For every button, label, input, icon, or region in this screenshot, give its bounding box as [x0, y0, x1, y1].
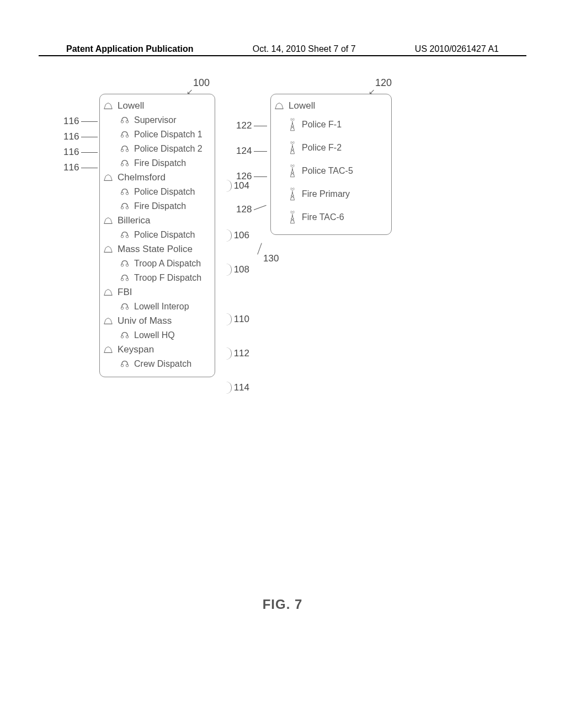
- svg-text:((•)): ((•)): [290, 118, 295, 121]
- list-item: Troop F Dispatch: [106, 271, 208, 285]
- header-divider: [39, 55, 526, 56]
- svg-marker-30: [104, 318, 112, 324]
- item-label: Police F-1: [302, 120, 342, 130]
- building-icon: [103, 346, 113, 354]
- svg-marker-52: [290, 169, 294, 176]
- svg-marker-16: [104, 218, 112, 224]
- ref-124: 124: [236, 146, 267, 157]
- svg-point-2: [121, 120, 124, 123]
- headset-icon: [120, 359, 130, 369]
- building-icon: [103, 102, 113, 110]
- headset-icon: [120, 230, 130, 240]
- list-item: ((•)) Fire TAC-6: [278, 206, 385, 229]
- group-label: Keyspan: [118, 344, 154, 355]
- building-icon: [103, 245, 113, 253]
- ref-116-a: 116: [63, 116, 98, 127]
- svg-point-29: [126, 307, 129, 309]
- svg-point-25: [126, 278, 129, 281]
- item-label: Fire Dispatch: [134, 158, 186, 168]
- building-icon: [274, 102, 284, 110]
- item-label: Police TAC-5: [302, 166, 353, 176]
- group-label: Mass State Police: [118, 244, 193, 255]
- header-left: Patent Application Publication: [66, 44, 194, 54]
- svg-marker-0: [104, 103, 112, 109]
- building-icon: [103, 317, 113, 325]
- list-item: Lowell HQ: [106, 328, 208, 342]
- headset-icon: [120, 201, 130, 211]
- group-label: Univ of Mass: [118, 315, 172, 326]
- svg-point-28: [121, 307, 124, 309]
- svg-text:((•)): ((•)): [290, 141, 295, 144]
- left-panel-wrapper: 100 ↙ 116 116 116 116 104 106 108 110 11…: [99, 94, 215, 377]
- headset-icon: [120, 259, 130, 269]
- group-label: Lowell: [118, 100, 144, 111]
- svg-point-18: [121, 235, 124, 238]
- svg-point-22: [121, 264, 124, 266]
- tower-icon: ((•)): [287, 210, 297, 224]
- list-item: Troop A Dispatch: [106, 256, 208, 271]
- list-item: Police Dispatch: [106, 185, 208, 199]
- item-label: Fire Dispatch: [134, 201, 186, 211]
- building-icon: [103, 174, 113, 181]
- svg-point-13: [126, 192, 129, 195]
- group-label: FBI: [118, 287, 132, 298]
- item-label: Lowell HQ: [134, 330, 175, 340]
- headset-icon: [120, 187, 130, 197]
- group-chelmsford: Chelmsford: [103, 170, 208, 185]
- item-label: Fire TAC-6: [302, 212, 344, 222]
- tower-icon: ((•)): [287, 164, 297, 178]
- ref-130: 130: [259, 243, 279, 255]
- svg-point-6: [121, 149, 124, 152]
- svg-point-14: [121, 206, 124, 209]
- ref-114: 114: [225, 382, 249, 394]
- ref-100: 100: [193, 77, 210, 89]
- svg-point-33: [126, 335, 129, 338]
- diagram-area: 100 ↙ 116 116 116 116 104 106 108 110 11…: [99, 94, 392, 377]
- group-label: Chelmsford: [118, 172, 166, 183]
- ref-116-b: 116: [63, 131, 98, 142]
- svg-point-8: [121, 163, 124, 166]
- tower-icon: ((•)): [287, 187, 297, 201]
- item-label: Lowell Interop: [134, 302, 189, 312]
- arrow-icon: ↙: [186, 87, 193, 96]
- item-label: Fire Primary: [302, 189, 350, 199]
- svg-marker-62: [290, 215, 294, 223]
- header-right: US 2010/0261427 A1: [415, 44, 499, 54]
- group-keyspan: Keyspan: [103, 342, 208, 357]
- headset-icon: [120, 330, 130, 340]
- svg-point-19: [126, 235, 129, 238]
- item-label: Troop F Dispatch: [134, 273, 201, 283]
- group-msp: Mass State Police: [103, 242, 208, 256]
- svg-point-36: [121, 364, 124, 367]
- header-center: Oct. 14, 2010 Sheet 7 of 7: [253, 44, 356, 54]
- headset-icon: [120, 158, 130, 168]
- group-label: Lowell: [289, 100, 315, 111]
- list-item: ((•)) Police F-2: [278, 136, 385, 159]
- tower-icon: ((•)): [287, 141, 297, 155]
- list-item: ((•)) Police F-1: [278, 113, 385, 136]
- svg-point-23: [126, 264, 129, 266]
- svg-point-15: [126, 206, 129, 209]
- group-billerica: Billerica: [103, 213, 208, 228]
- svg-marker-10: [104, 175, 112, 181]
- group-label: Billerica: [118, 215, 151, 226]
- ref-122: 122: [236, 120, 267, 131]
- svg-marker-20: [104, 247, 112, 253]
- item-label: Police Dispatch: [134, 230, 195, 240]
- ref-116-d: 116: [63, 162, 98, 173]
- group-fbi: FBI: [103, 285, 208, 299]
- ref-108: 108: [225, 264, 249, 276]
- list-item: Police Dispatch 1: [106, 127, 208, 142]
- list-item: Fire Dispatch: [106, 199, 208, 213]
- group-lowell-right: Lowell: [274, 99, 385, 113]
- item-label: Police Dispatch 1: [134, 130, 202, 140]
- item-label: Troop A Dispatch: [134, 259, 201, 269]
- right-panel-wrapper: 120 ↙ 122 124 126 128 130 Lowell ((•)) P…: [270, 94, 392, 377]
- headset-icon: [120, 302, 130, 312]
- svg-text:((•)): ((•)): [290, 188, 295, 190]
- tower-icon: ((•)): [287, 117, 297, 132]
- left-panel: Lowell Supervisor Police Dispatch 1 Poli…: [99, 94, 215, 377]
- svg-point-4: [121, 135, 124, 137]
- group-lowell: Lowell: [103, 99, 208, 113]
- item-label: Police Dispatch 2: [134, 144, 202, 154]
